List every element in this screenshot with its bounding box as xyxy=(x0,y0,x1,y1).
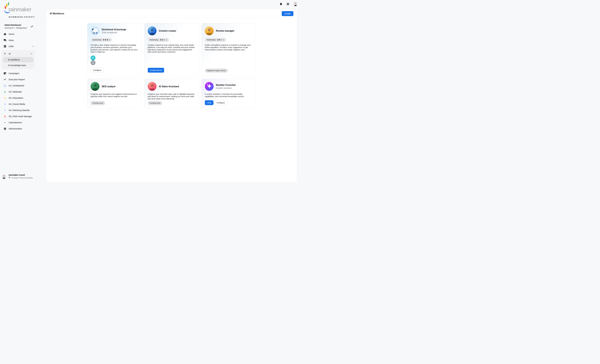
sidebar-item-icon: $ xyxy=(3,115,6,118)
agent-name: Number Cruncher xyxy=(216,84,236,86)
workspace-address: Javenloch 7, Wangerland xyxy=(5,27,27,29)
agent-header: Number Cruncher Custom assistant xyxy=(205,82,253,91)
org-avatar xyxy=(2,174,6,179)
sidebar-item[interactable]: S2 | Webseite xyxy=(0,89,37,95)
agent-name: SEO analyst xyxy=(102,85,115,88)
bell-icon[interactable] xyxy=(279,2,282,6)
sidebar-item-label: Campaigns xyxy=(9,72,19,75)
sidebar-item[interactable]: Google S1 | Sichtbarkeit xyxy=(0,83,37,89)
sidebar-item-label: CalendarHero xyxy=(9,121,22,124)
sidebar-item-icon xyxy=(3,45,6,48)
sidebar-item-label: Inbox xyxy=(9,39,14,41)
agent-header: SEO analyst xyxy=(91,82,138,91)
user-avatar[interactable] xyxy=(293,2,298,6)
autonomy-badge: Autonomy: xyxy=(148,38,169,42)
agent-avatar xyxy=(91,27,99,35)
agent-action-button[interactable]: Chat xyxy=(205,100,214,105)
agent-grid: Deichinsel iConcierge Chat receptionist … xyxy=(87,23,256,109)
sidebar-subitem[interactable]: AI knowledge base xyxy=(3,63,34,68)
sidebar-item[interactable]: Executive Report xyxy=(0,76,37,83)
agent-action-button[interactable]: Create with AI xyxy=(148,68,164,73)
agent-description: Crafts a thoughtful response to reviews … xyxy=(205,44,253,51)
create-button[interactable]: Create xyxy=(282,11,293,16)
agent-titles: AI Sales Assistant xyxy=(159,85,179,88)
content-panel: AI Workforce Create Deichinsel iConcierg… xyxy=(46,9,297,182)
sidebar-item-icon xyxy=(3,121,6,124)
autonomy-dots xyxy=(103,39,110,41)
sidebar-item[interactable]: S3 | Reputation xyxy=(0,95,37,101)
sidebar-ai-group: AI AI workforce AI knowledge base xyxy=(1,50,35,69)
sidebar-item-label: S3 | Reputation xyxy=(9,97,23,99)
sidebar-item-label: S4 | Social Media xyxy=(9,103,25,105)
sidebar-item[interactable]: Campaigns xyxy=(0,70,37,76)
agent-role: Custom assistant xyxy=(216,87,236,89)
contact-link[interactable]: Contact Thomas Mueller xyxy=(9,177,33,179)
agent-card: Content creator Autonomy: Creates conten… xyxy=(144,23,199,76)
contact-label: Contact Thomas Mueller xyxy=(11,177,33,179)
chevron-up-icon xyxy=(30,53,32,55)
agent-description: Creates content for your website blog, a… xyxy=(148,44,196,53)
autonomy-badge: Autonomy: xyxy=(91,38,112,42)
workspace-switcher: Hotel Deichinsel Javenloch 7, Wangerland xyxy=(5,24,34,29)
agent-actions: Create with AI xyxy=(148,65,196,73)
channel-icon xyxy=(91,60,95,65)
sidebar-item-icon xyxy=(3,33,6,36)
sidebar-footer: rainmaker travel Contact Thomas Mueller xyxy=(0,174,37,182)
swap-workspace-icon[interactable] xyxy=(30,25,34,28)
sidebar-item[interactable]: $ S5 | PMS Hotel Manager xyxy=(0,113,37,120)
agent-card: SEO analyst Analyzes your keywords and s… xyxy=(87,79,142,109)
autonomy-label: Autonomy: xyxy=(93,39,102,41)
org-info: rainmaker travel Contact Thomas Mueller xyxy=(9,174,33,179)
channel-list xyxy=(91,56,138,65)
agent-avatar xyxy=(205,27,214,35)
agent-action-button[interactable]: Configure xyxy=(91,68,104,73)
agent-avatar xyxy=(148,27,157,35)
agent-description: Analyzes your recorded sales calls to hi… xyxy=(148,93,196,100)
agent-titles: Number Cruncher Custom assistant xyxy=(216,84,236,89)
sidebar-item-icon xyxy=(3,103,6,106)
agent-card: AI Sales Assistant Analyzes your recorde… xyxy=(144,79,199,109)
agent-actions: Configure xyxy=(91,65,138,73)
sidebar-item-label: Administration xyxy=(9,128,22,130)
sidebar-subitem-label: AI knowledge base xyxy=(8,64,26,66)
agent-actions: Chat Configure xyxy=(205,98,253,105)
agent-description: Analyzes your keywords and suggests impr… xyxy=(91,93,138,98)
sidebar-item-label: S5 | PMS Hotel Manager xyxy=(9,115,32,118)
sidebar-item[interactable]: CalendarHero xyxy=(0,120,37,126)
agent-avatar xyxy=(205,82,214,91)
sidebar-item[interactable]: Administration xyxy=(0,126,37,132)
autonomy-dots xyxy=(217,39,224,41)
agent-titles: Review manager xyxy=(216,29,234,32)
sidebar-item-icon xyxy=(3,127,6,130)
sidebar-item[interactable]: Home xyxy=(0,31,37,37)
sidebar-item-label: Executive Report xyxy=(9,78,25,81)
sidebar-item-ai[interactable]: AI xyxy=(1,51,35,57)
sidebar-subitem[interactable]: AI workforce xyxy=(3,57,34,62)
sidebar-item-label: S4 | Werbung Statistik xyxy=(9,109,29,112)
agent-card: Deichinsel iConcierge Chat receptionist … xyxy=(87,23,142,76)
apps-grid-icon[interactable] xyxy=(287,3,289,5)
sidebar-item[interactable]: CRM xyxy=(0,43,37,49)
sidebar-item-label: CRM xyxy=(9,45,13,47)
sidebar-subitem-label: AI workforce xyxy=(8,59,20,61)
brand-tagline: RAINMAKER.COCKPIT xyxy=(9,16,35,18)
agent-header: Deichinsel iConcierge Chat receptionist xyxy=(91,27,138,35)
agent-name: AI Sales Assistant xyxy=(159,85,179,88)
sidebar-item[interactable]: S4 | Werbung Statistik xyxy=(0,107,37,113)
agent-titles: Deichinsel iConcierge Chat receptionist xyxy=(102,28,126,34)
sidebar-nav: Home Inbox CRM AI xyxy=(0,31,37,132)
workspace-info: Hotel Deichinsel Javenloch 7, Wangerland xyxy=(5,24,27,29)
agent-action-button[interactable]: Configure xyxy=(214,100,227,105)
agent-role: Chat receptionist xyxy=(102,31,126,34)
sidebar-item[interactable]: Inbox xyxy=(0,37,37,43)
agent-card: Review manager Autonomy: Crafts a though… xyxy=(201,23,256,76)
status-badge[interactable]: Upgrade to gain access xyxy=(205,68,228,73)
brand-wordmark: rainmaker xyxy=(9,6,31,13)
agent-titles: Content creator xyxy=(159,29,176,32)
autonomy-badge: Autonomy: xyxy=(205,38,226,42)
agent-description: A custom assistant. Customize its person… xyxy=(205,93,253,98)
sidebar-item[interactable]: S4 | Social Media xyxy=(0,101,37,107)
agent-header: Review manager xyxy=(205,27,253,35)
chat-bubble-icon xyxy=(9,177,10,179)
agent-avatar xyxy=(148,82,157,91)
